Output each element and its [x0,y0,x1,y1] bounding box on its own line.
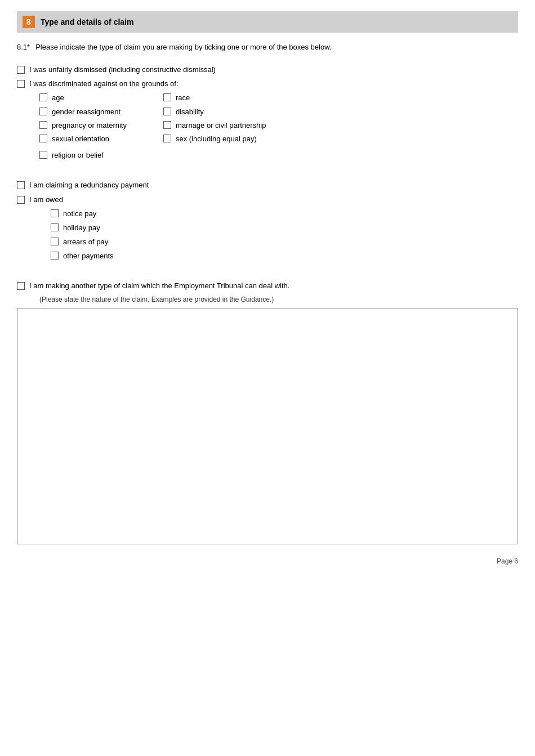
age-item: age [39,93,163,103]
unfairly-dismissed-label: I was unfairly dismissed (including cons… [29,65,216,75]
section-number: 8 [23,16,35,28]
religion-belief-checkbox[interactable] [39,151,47,159]
section-title: Type and details of claim [41,17,133,26]
arrears-of-pay-label: arrears of pay [63,237,108,247]
race-item: race [163,93,287,103]
another-claim-textarea[interactable] [17,308,518,544]
holiday-pay-checkbox[interactable] [51,223,59,231]
question-8-1-row: 8.1* Please indicate the type of claim y… [17,43,518,51]
other-payments-item: other payments [51,251,518,261]
age-checkbox[interactable] [39,93,47,101]
discrimination-grid: age race gender reassignment disability … [39,93,518,147]
notice-pay-checkbox[interactable] [51,209,59,217]
marriage-civil-label: marriage or civil partnership [176,120,266,131]
question-text-8-1: Please indicate the type of claim you ar… [35,43,331,51]
another-claim-label: I am making another type of claim which … [29,281,289,291]
holiday-pay-item: holiday pay [51,223,518,233]
redundancy-payment-checkbox[interactable] [17,181,25,189]
redundancy-payment-item: I am claiming a redundancy payment [17,180,518,190]
arrears-of-pay-checkbox[interactable] [51,238,59,245]
disability-label: disability [176,107,204,117]
sex-equal-pay-checkbox[interactable] [163,135,171,142]
disability-checkbox[interactable] [163,108,171,115]
page-number: Page 6 [17,557,518,565]
gender-reassignment-item: gender reassignment [39,107,163,117]
age-label: age [52,93,64,103]
arrears-of-pay-item: arrears of pay [51,237,518,247]
i-am-owed-item: I am owed [17,195,518,205]
unfairly-dismissed-item: I was unfairly dismissed (including cons… [17,65,518,75]
another-claim-checkbox[interactable] [17,282,25,290]
section-header: 8 Type and details of claim [17,11,518,33]
marriage-civil-item: marriage or civil partnership [163,120,287,131]
discriminated-label: I was discriminated against on the groun… [29,79,178,89]
unfairly-dismissed-checkbox[interactable] [17,66,25,74]
discriminated-item: I was discriminated against on the groun… [17,79,518,89]
notice-pay-item: notice pay [51,209,518,219]
religion-belief-item: religion or belief [39,150,518,160]
redundancy-payment-label: I am claiming a redundancy payment [29,180,149,190]
gender-reassignment-checkbox[interactable] [39,108,47,115]
i-am-owed-checkbox[interactable] [17,196,25,204]
sex-equal-pay-label: sex (including equal pay) [176,134,257,144]
question-number-8-1: 8.1* [17,43,30,51]
owed-items-block: notice pay holiday pay arrears of pay ot… [39,209,518,262]
race-checkbox[interactable] [163,93,171,101]
pregnancy-maternity-label: pregnancy or maternity [52,120,127,131]
gender-reassignment-label: gender reassignment [52,107,121,117]
sexual-orientation-label: sexual orientation [52,134,109,144]
sexual-orientation-item: sexual orientation [39,134,163,144]
disability-item: disability [163,107,287,117]
holiday-pay-label: holiday pay [63,223,100,233]
pregnancy-maternity-checkbox[interactable] [39,121,47,129]
religion-belief-label: religion or belief [52,150,104,160]
discriminated-checkbox[interactable] [17,80,25,88]
another-claim-item: I am making another type of claim which … [17,281,518,291]
sexual-orientation-checkbox[interactable] [39,135,47,142]
i-am-owed-label: I am owed [29,195,63,205]
other-payments-label: other payments [63,251,114,261]
pregnancy-maternity-item: pregnancy or maternity [39,120,163,131]
race-label: race [176,93,190,103]
other-payments-checkbox[interactable] [51,252,59,260]
marriage-civil-checkbox[interactable] [163,121,171,129]
another-claim-guidance: (Please state the nature of the claim. E… [39,296,518,303]
notice-pay-label: notice pay [63,209,96,219]
sex-equal-pay-item: sex (including equal pay) [163,134,287,144]
